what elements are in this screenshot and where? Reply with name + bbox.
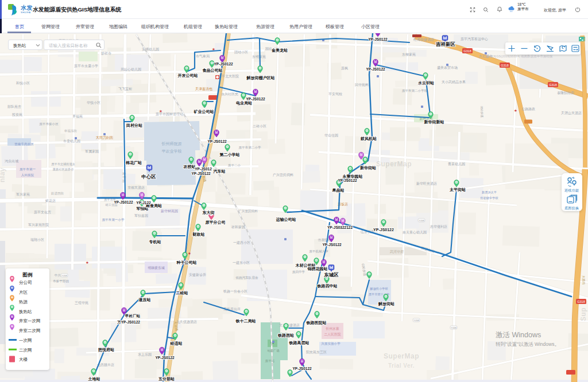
- svg-text:三馆华苑: 三馆华苑: [75, 301, 88, 305]
- svg-text:Y058: Y058: [451, 326, 457, 329]
- svg-text:★: ★: [514, 108, 517, 112]
- svg-text:新华街站: 新华街站: [359, 165, 376, 170]
- svg-text:解放街站: 解放街站: [378, 302, 394, 306]
- svg-text:液压站: 液压站: [138, 297, 151, 302]
- svg-text:棉花厂站: 棉花厂站: [125, 161, 142, 165]
- svg-text:甲村厂站: 甲村厂站: [125, 314, 141, 318]
- svg-text:天涯山大酒店: 天涯山大酒店: [561, 111, 582, 115]
- svg-text:原平市委小区: 原平市委小区: [39, 122, 59, 126]
- svg-text:田村分站: 田村分站: [126, 123, 142, 128]
- svg-text:专机站: 专机站: [149, 239, 161, 244]
- svg-text:原平分公司: 原平分公司: [205, 220, 226, 225]
- svg-text:部队苑舍: 部队苑舍: [7, 104, 21, 109]
- svg-text:YP-JS0122: YP-JS0122: [214, 62, 233, 66]
- svg-text:nlay: nlay: [0, 167, 6, 182]
- svg-text:市委幼儿园: 市委幼儿园: [63, 139, 80, 143]
- svg-text:热源: 热源: [18, 299, 28, 305]
- svg-text:YP-JS0122: YP-JS0122: [338, 178, 357, 182]
- svg-text:大小武精品水果: 大小武精品水果: [442, 80, 466, 84]
- svg-text:种子公司站: 种子公司站: [176, 260, 197, 265]
- svg-text:原平市第一小学: 原平市第一小学: [102, 218, 125, 221]
- svg-text:平农业学校: 平农业学校: [162, 149, 182, 153]
- svg-text:SuperMap: SuperMap: [384, 352, 419, 360]
- svg-text:井室二次网: 井室二次网: [19, 328, 41, 333]
- svg-text:鸿业尚城: 鸿业尚城: [5, 159, 18, 163]
- svg-text:YP-JS0122: YP-JS0122: [114, 200, 133, 204]
- svg-text:华悦小区: 华悦小区: [87, 100, 100, 105]
- svg-text:一建西小区: 一建西小区: [233, 240, 250, 245]
- svg-text:原枫: 原枫: [341, 66, 348, 70]
- svg-text:YP-JS0122: YP-JS0122: [246, 97, 265, 101]
- svg-text:安博幼儿园: 安博幼儿园: [142, 47, 159, 52]
- svg-text:YP-J122: YP-J122: [136, 201, 151, 205]
- svg-text:鼓风机站: 鼓风机站: [360, 137, 377, 141]
- svg-text:东城区: 东城区: [323, 272, 339, 278]
- svg-text:青平街: 青平街: [122, 172, 126, 183]
- svg-text:铁路西站: 铁路西站: [277, 333, 294, 338]
- svg-text:二砖小区: 二砖小区: [253, 124, 266, 128]
- svg-text:水上乐园: 水上乐园: [138, 353, 152, 357]
- svg-text:Y058: Y058: [61, 274, 67, 277]
- svg-text:青茶幼儿园: 青茶幼儿园: [448, 162, 465, 166]
- svg-text:Y058: Y058: [413, 319, 419, 322]
- svg-text:忻州水寨: 忻州水寨: [325, 327, 339, 330]
- svg-text:祥和家园: 祥和家园: [231, 225, 245, 229]
- svg-text:Sup: Sup: [579, 307, 587, 321]
- svg-text:瑞翔小区: 瑞翔小区: [30, 237, 44, 241]
- svg-text:原平市北城街道永: 原平市北城街道永: [51, 162, 75, 166]
- svg-text:广兴雷药饲料: 广兴雷药饲料: [273, 173, 293, 177]
- svg-text:铁十二局站: 铁十二局站: [235, 319, 256, 323]
- svg-text:武河华府: 武河华府: [390, 250, 404, 254]
- svg-text:团结小区: 团结小区: [234, 50, 248, 54]
- svg-text:广兴雷药饲料: 广兴雷药饲料: [238, 209, 258, 213]
- svg-text:文久快捷酒店: 文久快捷酒店: [279, 323, 300, 328]
- svg-text:明珠娱乐城: 明珠娱乐城: [148, 266, 165, 270]
- svg-text:果品站: 果品站: [332, 188, 345, 193]
- svg-text:街初级中学校: 街初级中学校: [479, 196, 498, 200]
- svg-text:五分部站: 五分部站: [158, 376, 175, 381]
- svg-text:YP-JS0122: YP-JS0122: [366, 67, 385, 71]
- svg-text:太平街站: 太平街站: [449, 188, 466, 192]
- svg-text:原平文化宫: 原平文化宫: [34, 210, 51, 215]
- svg-text:土地站: 土地站: [88, 377, 100, 381]
- svg-text:SuperMap: SuperMap: [376, 160, 412, 168]
- svg-text:运输公司站: 运输公司站: [276, 217, 296, 222]
- svg-text:军兴家苑: 军兴家苑: [16, 192, 30, 197]
- svg-text:二人民医院: 二人民医院: [324, 332, 341, 337]
- svg-text:激活: 激活: [522, 352, 529, 357]
- svg-text:大同刀削面: 大同刀削面: [96, 135, 113, 140]
- svg-text:矿业公司站: 矿业公司站: [194, 109, 214, 114]
- svg-text:妙祥寺: 妙祥寺: [101, 51, 111, 55]
- svg-text:开发公司站: 开发公司站: [177, 73, 198, 78]
- svg-text:财政站: 财政站: [192, 232, 205, 237]
- svg-text:换热站: 换热站: [19, 309, 32, 314]
- svg-text:YP-JS012: YP-JS012: [195, 167, 212, 171]
- svg-text:二经站: 二经站: [176, 291, 188, 295]
- svg-text:忻州师院原: 忻州师院原: [161, 142, 182, 146]
- svg-text:Y058: Y058: [419, 219, 424, 222]
- svg-text:解放街小学校: 解放街小学校: [370, 287, 388, 291]
- svg-text:锦绣花园站: 锦绣花园站: [307, 267, 328, 271]
- svg-text:市委干部园: 市委干部园: [53, 279, 69, 283]
- svg-text:鲜花店: 鲜花店: [45, 198, 56, 203]
- svg-text:人民医院: 人民医院: [21, 173, 34, 177]
- svg-text:天津嘉汤包: 天津嘉汤包: [195, 87, 212, 91]
- svg-text:红海快捷酒店: 红海快捷酒店: [413, 37, 434, 42]
- svg-text:兴原实验小学: 兴原实验小学: [321, 342, 341, 346]
- svg-text:电业局站: 电业局站: [236, 101, 252, 106]
- svg-text:九久优选酒店: 九久优选酒店: [176, 319, 197, 324]
- svg-text:原平市第二小学: 原平市第二小学: [238, 146, 261, 149]
- svg-text:新华旺光酒店: 新华旺光酒店: [416, 181, 437, 186]
- svg-text:飞飞宝柜: 飞飞宝柜: [118, 87, 132, 91]
- svg-text:水云轩站: 水云轩站: [417, 81, 434, 85]
- svg-text:万YP-JS0122: 万YP-JS0122: [117, 320, 140, 325]
- svg-text:第二小学站: 第二小学站: [219, 153, 240, 157]
- svg-text:铁路汽车队宿舍: 铁路汽车队宿舍: [235, 276, 258, 280]
- svg-text:京都大酒店: 京都大酒店: [127, 185, 145, 190]
- svg-text:原平汽车客运中心: 原平汽车客运中心: [461, 37, 488, 41]
- svg-text:华众佳园: 华众佳园: [324, 134, 338, 138]
- svg-text:铁路一分会小区: 铁路一分会小区: [223, 289, 247, 294]
- svg-text:一建东小区: 一建东小区: [233, 260, 250, 265]
- svg-text:阳光苑东三区: 阳光苑东三区: [306, 350, 327, 354]
- svg-text:YP-JS0122: YP-JS0122: [373, 228, 394, 232]
